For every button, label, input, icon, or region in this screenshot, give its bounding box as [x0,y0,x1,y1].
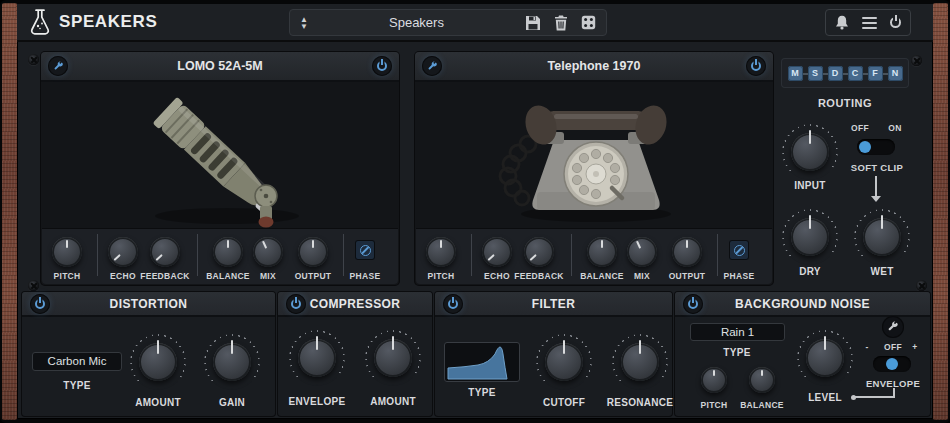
type-label: TYPE [37,380,117,391]
envelope-state-label: OFF [878,342,908,352]
dice-icon[interactable] [581,15,596,30]
bell-icon[interactable] [835,15,849,30]
dry-label: DRY [770,266,850,277]
module-settings-button[interactable] [48,56,68,76]
module-header: LOMO 52A-5M [41,52,399,82]
pitch-knob[interactable] [426,237,456,267]
divider [197,234,198,276]
distortion-amount-knob[interactable] [130,334,186,390]
power-icon [448,299,458,309]
type-label: TYPE [442,387,522,398]
knob-label: FEEDBACK [130,271,200,281]
feedback-knob[interactable] [150,237,180,267]
module-title: LOMO 52A-5M [81,52,359,80]
routing-node-c[interactable]: C [848,66,863,81]
envelope-toggle[interactable] [873,356,911,372]
noise-settings-button[interactable] [882,316,904,338]
input-knob[interactable] [782,124,838,180]
flask-icon [29,9,51,35]
balance-knob[interactable] [587,237,617,267]
background-noise-section: BACKGROUND NOISE Rain 1 TYPE PITCH BALAN… [675,292,930,416]
distortion-section: DISTORTION Carbon Mic TYPE AMOUNT GAIN [22,292,275,416]
section-header: FILTER [435,292,672,317]
menu-icon[interactable] [862,17,877,29]
input-label: INPUT [770,180,850,191]
wood-panel-left [2,3,17,420]
signal-line [875,176,877,196]
resonance-label: RESONANCE [595,397,685,408]
mix-knob[interactable] [627,237,657,267]
divider [571,234,572,276]
envelope-minus-label[interactable]: - [859,342,875,352]
phase-label: PHASE [704,271,774,281]
section-header: BACKGROUND NOISE [675,292,930,317]
arrow-down-icon [871,196,881,202]
distortion-type-select[interactable]: Carbon Mic [32,352,122,371]
envelope-plus-label[interactable]: + [907,342,923,352]
noise-power-button[interactable] [683,294,703,314]
softclip-on-label[interactable]: ON [875,123,915,133]
echo-knob[interactable] [108,237,138,267]
preset-spinner[interactable]: ▲ ▼ [300,16,308,30]
module-power-button[interactable] [372,56,392,76]
compressor-envelope-knob[interactable] [289,330,345,386]
plugin-window: SPEAKERS ▲ ▼ Speakers [0,0,950,423]
gain-label: GAIN [192,397,272,408]
amount-label: AMOUNT [118,397,198,408]
spinner-down-icon[interactable]: ▼ [300,23,308,30]
noise-balance-knob[interactable] [749,367,775,393]
preset-name[interactable]: Speakers [318,15,515,30]
mix-knob[interactable] [253,237,283,267]
filter-resonance-knob[interactable] [612,334,668,390]
telephone-image [416,82,772,228]
power-icon [291,299,301,309]
balance-knob[interactable] [213,237,243,267]
routing-node-m[interactable]: M [788,66,803,81]
power-icon [377,61,387,71]
compressor-power-button[interactable] [286,294,306,314]
toggle-knob [859,141,871,153]
softclip-toggle[interactable] [857,139,895,155]
feedback-knob[interactable] [524,237,554,267]
filter-curve [445,343,519,381]
distortion-gain-knob[interactable] [204,334,260,390]
distortion-power-button[interactable] [30,294,50,314]
screw-icon [916,280,927,291]
softclip-off-label[interactable]: OFF [840,123,880,133]
pitch-knob[interactable] [52,237,82,267]
noise-pitch-knob[interactable] [701,367,727,393]
routing-node-d[interactable]: D [828,66,843,81]
divider [717,234,718,276]
divider [97,234,98,276]
compressor-amount-knob[interactable] [365,330,421,386]
phase-button[interactable] [729,240,749,260]
noise-type-select[interactable]: Rain 1 [690,323,785,341]
filter-power-button[interactable] [443,294,463,314]
echo-knob[interactable] [482,237,512,267]
phase-icon [734,245,745,256]
module-settings-button[interactable] [422,56,442,76]
trash-icon[interactable] [554,15,568,31]
phase-button[interactable] [355,240,375,260]
wet-knob[interactable] [854,209,910,265]
filter-section: FILTER TYPE CUTOFF RESONANCE [435,292,672,416]
dry-knob[interactable] [782,209,838,265]
routing-node-f[interactable]: F [868,66,883,81]
module-power-button[interactable] [746,56,766,76]
divider [343,234,344,276]
noise-level-knob[interactable] [797,330,853,386]
app-title: SPEAKERS [59,12,157,32]
power-icon [35,299,45,309]
filter-cutoff-knob[interactable] [536,334,592,390]
routing-node-n[interactable]: N [888,66,903,81]
save-icon[interactable] [525,15,541,31]
output-knob[interactable] [672,237,702,267]
routing-chain: M S D C F N [781,58,909,88]
filter-type-display[interactable] [444,342,520,382]
routing-node-s[interactable]: S [808,66,823,81]
cutoff-label: CUTOFF [524,397,604,408]
title-bar: SPEAKERS ▲ ▼ Speakers [17,4,933,42]
power-icon[interactable] [890,17,901,28]
wrench-icon [53,61,64,72]
output-knob[interactable] [298,237,328,267]
